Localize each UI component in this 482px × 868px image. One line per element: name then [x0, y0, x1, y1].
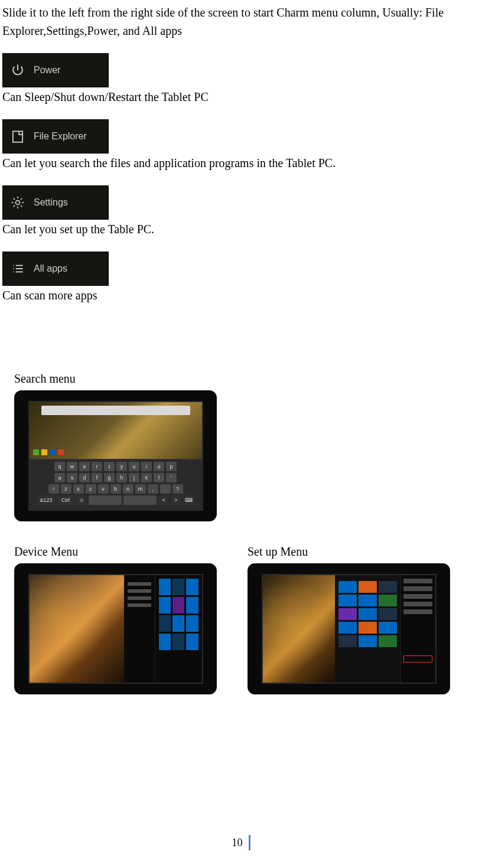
keyboard-key[interactable]: .	[160, 484, 171, 494]
svg-rect-0	[13, 131, 22, 142]
charm-button-power[interactable]: Power	[2, 53, 109, 87]
tile[interactable]	[172, 615, 184, 632]
charm-button-settings[interactable]: Settings	[2, 185, 109, 220]
keyboard-key[interactable]: w	[67, 462, 77, 471]
keyboard-key[interactable]: Ctrl	[57, 495, 74, 505]
keyboard-key[interactable]: y	[116, 462, 127, 471]
page-footer: 10	[0, 833, 482, 851]
keyboard-key[interactable]: b	[110, 484, 121, 494]
keyboard-key[interactable]: g	[104, 473, 115, 482]
tile[interactable]	[338, 622, 357, 634]
tile[interactable]	[159, 579, 171, 595]
tile[interactable]	[338, 595, 357, 606]
sidebar-item[interactable]	[403, 594, 432, 599]
charm-button-all-apps[interactable]: All apps	[2, 252, 109, 286]
charm-desc-file: Can let you search the files and applica…	[2, 154, 480, 172]
notification-panel[interactable]	[124, 575, 201, 683]
keyboard-key[interactable]: l	[154, 473, 164, 482]
keyboard-key[interactable]: t	[104, 462, 115, 471]
keyboard-key[interactable]: k	[141, 473, 152, 482]
tile[interactable]	[338, 608, 357, 620]
tile[interactable]	[159, 597, 171, 614]
keyboard-key[interactable]: n	[123, 484, 133, 494]
on-screen-keyboard[interactable]: qwertyuiopasdfghjkl'↑zxcvbnm,.?&123Ctrl☺…	[30, 459, 202, 510]
tile[interactable]	[172, 634, 184, 650]
tile[interactable]	[379, 622, 397, 634]
tile[interactable]	[338, 635, 357, 647]
start-sidebar[interactable]	[400, 575, 435, 683]
sidebar-item[interactable]	[403, 609, 432, 614]
tile[interactable]	[359, 608, 377, 620]
keyboard-key[interactable]: <	[158, 495, 169, 505]
keyboard-key[interactable]: c	[86, 484, 96, 494]
keyboard-key[interactable]: s	[67, 473, 77, 482]
list-item	[128, 589, 151, 593]
keyboard-key[interactable]: v	[98, 484, 109, 494]
figure-search-label: Search menu	[14, 370, 217, 388]
tile[interactable]	[359, 635, 377, 647]
keyboard-key[interactable]: u	[129, 462, 139, 471]
tile[interactable]	[338, 581, 357, 593]
keyboard-key[interactable]	[89, 495, 122, 505]
all-apps-icon	[10, 261, 25, 276]
tile[interactable]	[186, 597, 198, 614]
device-frame: qwertyuiopasdfghjkl'↑zxcvbnm,.?&123Ctrl☺…	[14, 390, 217, 521]
charm-section-settings: Settings Can let you set up the Table PC…	[2, 185, 480, 239]
keyboard-key[interactable]: >	[171, 495, 181, 505]
wallpaper	[30, 575, 125, 683]
start-tiles[interactable]	[338, 581, 397, 679]
tile[interactable]	[172, 597, 184, 614]
tile[interactable]	[379, 595, 397, 606]
start-menu[interactable]	[335, 575, 400, 683]
tile[interactable]	[359, 622, 377, 634]
keyboard-key[interactable]: ,	[148, 484, 158, 494]
keyboard-key[interactable]: r	[92, 462, 102, 471]
quick-action-tiles[interactable]	[155, 575, 202, 683]
tile[interactable]	[359, 581, 377, 593]
keyboard-key[interactable]: '	[166, 473, 177, 482]
keyboard-key[interactable]: e	[79, 462, 90, 471]
tile[interactable]	[186, 579, 198, 595]
keyboard-key[interactable]: p	[166, 462, 177, 471]
list-item	[128, 582, 151, 586]
figure-setup-menu: Set up Menu	[247, 543, 450, 694]
keyboard-key[interactable]: j	[129, 473, 139, 482]
tile[interactable]	[159, 615, 171, 632]
wallpaper	[263, 575, 336, 683]
sidebar-item[interactable]	[403, 586, 432, 591]
keyboard-key[interactable]	[123, 495, 157, 505]
tile[interactable]	[172, 579, 184, 595]
tile[interactable]	[379, 608, 397, 620]
keyboard-key[interactable]: f	[92, 473, 102, 482]
taskbar-tiles	[33, 449, 202, 455]
charm-button-file-explorer[interactable]: File Explorer	[2, 119, 109, 154]
charm-label: Power	[34, 63, 60, 78]
search-input[interactable]	[41, 406, 190, 415]
keyboard-key[interactable]: o	[154, 462, 164, 471]
keyboard-key[interactable]: &123	[37, 495, 55, 505]
tile[interactable]	[359, 595, 377, 606]
tile[interactable]	[379, 635, 397, 647]
keyboard-key[interactable]: m	[135, 484, 146, 494]
tile[interactable]	[186, 615, 198, 632]
tile[interactable]	[379, 581, 397, 593]
keyboard-key[interactable]: z	[61, 484, 71, 494]
highlighted-item[interactable]	[403, 655, 432, 663]
tile[interactable]	[186, 634, 198, 650]
keyboard-key[interactable]: d	[79, 473, 90, 482]
sidebar-item[interactable]	[403, 579, 432, 583]
keyboard-key[interactable]: i	[141, 462, 152, 471]
tile[interactable]	[159, 634, 171, 650]
keyboard-key[interactable]: ☺	[76, 495, 87, 505]
file-explorer-icon	[10, 129, 25, 144]
sidebar-item[interactable]	[403, 602, 432, 606]
keyboard-key[interactable]: x	[73, 484, 84, 494]
keyboard-key[interactable]: ⌨	[183, 495, 194, 505]
keyboard-key[interactable]: q	[54, 462, 65, 471]
gear-icon	[10, 195, 25, 210]
svg-point-1	[16, 201, 20, 205]
keyboard-key[interactable]: a	[54, 473, 65, 482]
keyboard-key[interactable]: ↑	[48, 484, 59, 494]
keyboard-key[interactable]: ?	[172, 484, 183, 494]
keyboard-key[interactable]: h	[116, 473, 127, 482]
